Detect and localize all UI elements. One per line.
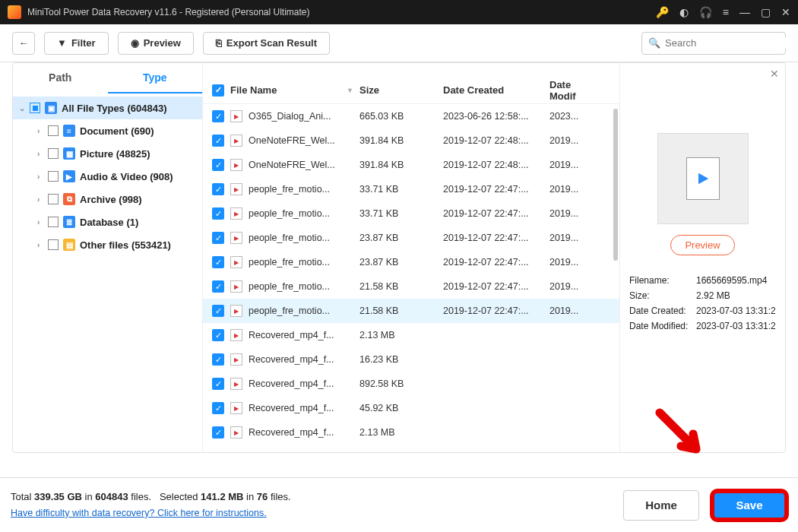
row-date-modified: 2019... [549,257,598,268]
table-row[interactable]: ✓▶people_fre_motio...21.58 KB2019-12-07 … [203,274,619,299]
table-row[interactable]: ✓▶people_fre_motio...33.71 KB2019-12-07 … [203,201,619,226]
tree-item-archive[interactable]: ›⧉Archive (998) [13,188,202,211]
row-checkbox[interactable]: ✓ [212,232,224,244]
row-size: 21.58 KB [359,281,443,292]
meta-size: 2.92 MB [696,290,776,301]
table-row[interactable]: ✓▶Recovered_mp4_f...16.23 KB [203,347,619,372]
select-all-checkbox[interactable]: ✓ [212,84,224,97]
table-row[interactable]: ✓▶people_fre_motio...23.87 KB2019-12-07 … [203,250,619,274]
checkbox[interactable] [48,125,59,136]
back-button[interactable]: ← [12,32,35,55]
mp4-file-icon: ▶ [230,110,242,122]
table-row[interactable]: ✓▶Recovered_mp4_f...2.13 MB [203,420,619,445]
close-panel-icon[interactable]: ✕ [770,68,779,80]
row-size: 23.87 KB [359,257,443,268]
headset-icon[interactable]: 🎧 [699,6,712,18]
row-checkbox[interactable]: ✓ [212,159,224,171]
sort-icon[interactable]: ▼ [347,87,359,94]
home-button[interactable]: Home [623,490,699,521]
row-checkbox[interactable]: ✓ [212,256,224,268]
close-icon[interactable]: ✕ [781,6,790,18]
search-input[interactable] [665,37,793,49]
save-button[interactable]: Save [711,490,787,521]
checkbox[interactable] [48,148,59,159]
table-row[interactable]: ✓▶Recovered_mp4_f...2.13 MB [203,323,619,347]
expand-icon[interactable]: › [37,173,48,181]
checkbox[interactable] [48,239,59,250]
preview-file-button[interactable]: Preview [670,235,734,255]
table-row[interactable]: ✓▶O365_Dialog_Ani...665.03 KB2023-06-26 … [203,104,619,128]
search-icon: 🔍 [648,37,660,49]
table-row[interactable]: ✓▶people_fre_motio...23.87 KB2019-12-07 … [203,226,619,250]
table-row[interactable]: ✓▶OneNoteFRE_Wel...391.84 KB2019-12-07 2… [203,128,619,153]
row-checkbox[interactable]: ✓ [212,183,224,195]
mp4-file-icon: ▶ [230,256,242,268]
row-checkbox[interactable]: ✓ [212,305,224,317]
globe-icon[interactable]: ◐ [679,6,689,18]
meta-dm-label: Date Modified: [629,321,696,331]
maximize-icon[interactable]: ▢ [761,6,771,18]
tree-root[interactable]: ⌄ ▣ All File Types (604843) [13,97,202,119]
row-checkbox[interactable]: ✓ [212,280,224,293]
tab-type[interactable]: Type [108,63,203,93]
tree-item-database[interactable]: ›≣Database (1) [13,211,202,233]
col-date-created[interactable]: Date Created [443,84,549,96]
expand-icon[interactable]: › [37,195,48,204]
table-row[interactable]: ✓▶Recovered_mp4_f...45.92 KB [203,396,619,420]
filter-button[interactable]: ▼Filter [44,32,109,55]
preview-button[interactable]: ◉Preview [118,32,194,55]
row-filename: people_fre_motio... [249,184,359,195]
mp4-file-icon: ▶ [230,305,242,317]
row-filename: Recovered_mp4_f... [249,378,359,389]
tab-path[interactable]: Path [13,63,108,93]
sidebar: Path Type ⌄ ▣ All File Types (604843) ›≡… [13,63,203,452]
row-filename: people_fre_motio... [249,257,359,268]
table-row[interactable]: ✓▶people_fre_motio...33.71 KB2019-12-07 … [203,177,619,201]
help-link[interactable]: Have difficulty with data recovery? Clic… [11,505,291,521]
row-checkbox[interactable]: ✓ [212,110,224,122]
row-date-modified: 2019... [549,184,598,195]
tree-item-other[interactable]: ›▤Other files (553421) [13,233,202,256]
expand-icon[interactable]: › [37,218,48,226]
checkbox[interactable] [48,171,59,182]
row-filename: Recovered_mp4_f... [249,427,359,438]
key-icon[interactable]: 🔑 [656,6,669,18]
row-checkbox[interactable]: ✓ [212,426,224,439]
table-row[interactable]: ✓▶Recovered_mp4_f...892.58 KB [203,372,619,396]
col-filename[interactable]: File Name [230,84,277,96]
tree-item-picture[interactable]: ›▦Picture (48825) [13,142,202,165]
expand-icon[interactable]: › [37,241,48,249]
scan-summary: Total 339.35 GB in 604843 files. Selecte… [11,489,291,505]
tree-item-av[interactable]: ›▶Audio & Video (908) [13,165,202,188]
expand-icon[interactable]: › [37,127,48,135]
minimize-icon[interactable]: — [739,6,750,18]
row-checkbox[interactable]: ✓ [212,378,224,390]
row-checkbox[interactable]: ✓ [212,353,224,366]
table-row[interactable]: ✓▶people_fre_motio...21.58 KB2019-12-07 … [203,299,619,323]
checkbox[interactable] [48,217,59,227]
row-date-created: 2019-12-07 22:47:... [443,281,549,292]
row-checkbox[interactable]: ✓ [212,329,224,341]
scrollbar[interactable] [613,109,618,261]
checkbox[interactable] [30,103,40,113]
collapse-icon[interactable]: ⌄ [19,104,30,112]
mp4-file-icon: ▶ [230,207,242,220]
col-date-modified[interactable]: Date Modif [549,79,598,102]
row-checkbox[interactable]: ✓ [212,402,224,414]
export-button[interactable]: ⎘Export Scan Result [203,32,330,55]
checkbox[interactable] [48,194,59,204]
table-row[interactable]: ✓▶OneNoteFRE_Wel...391.84 KB2019-12-07 2… [203,153,619,177]
search-box[interactable]: 🔍 [641,32,786,55]
mp4-file-icon: ▶ [230,402,242,414]
expand-icon[interactable]: › [37,150,48,158]
row-date-modified: 2019... [549,233,598,243]
row-date-created: 2019-12-07 22:48:... [443,135,549,146]
row-checkbox[interactable]: ✓ [212,207,224,220]
col-size[interactable]: Size [359,84,443,96]
row-date-modified: 2019... [549,208,598,219]
menu-icon[interactable]: ≡ [723,6,729,18]
tree-item-document[interactable]: ›≡Document (690) [13,119,202,142]
row-checkbox[interactable]: ✓ [212,135,224,147]
monitor-icon: ▣ [45,102,57,114]
folder-icon: ▤ [63,239,75,251]
